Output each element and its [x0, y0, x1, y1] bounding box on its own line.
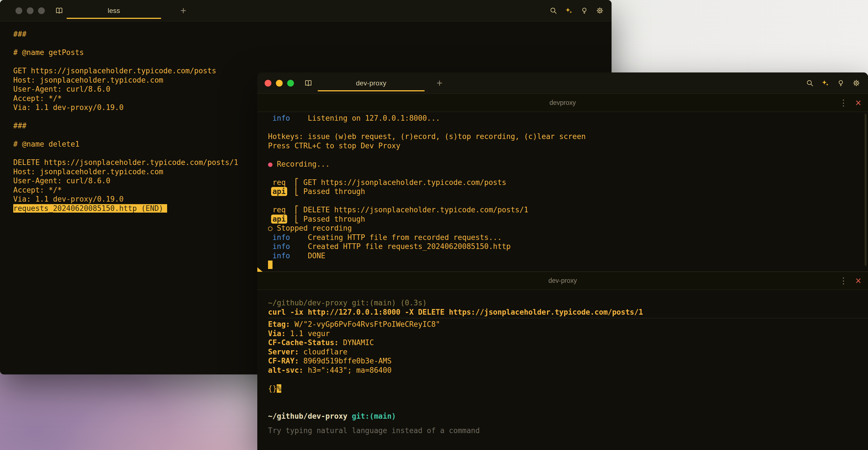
pane-header[interactable]: dev-proxy ⋮ × [257, 272, 868, 290]
terminal-line: api ⎣ Passed through [268, 215, 868, 224]
settings-gear-icon[interactable] [852, 79, 860, 87]
terminal-line: Try typing natural language instead of a… [268, 426, 868, 436]
bookmarks-icon[interactable] [55, 6, 63, 15]
titlebar-dev-proxy[interactable]: dev-proxy + [257, 72, 868, 94]
terminal-line: ~/github/dev-proxy git:(main) (0.3s) [268, 298, 868, 308]
pane-close-icon[interactable]: × [855, 272, 861, 290]
settings-gear-icon[interactable] [596, 7, 603, 14]
terminal-line [268, 169, 868, 178]
terminal-line [268, 375, 868, 384]
new-tab-button[interactable]: + [437, 72, 442, 94]
terminal-line: api ⎣ Passed through [268, 187, 868, 196]
response-block: Etag: W/"2-vyGp6PvFo4RvsFtPoIWeCReyIC8"V… [268, 318, 868, 393]
new-tab-button[interactable]: + [180, 0, 186, 21]
pane-header[interactable]: devproxy ⋮ × [257, 94, 868, 112]
minimize-button[interactable] [27, 7, 34, 14]
window-controls [257, 80, 294, 87]
shell-output: ~/github/dev-proxy git:(main) (0.3s)curl… [257, 290, 868, 435]
tab-dev-proxy[interactable]: dev-proxy [315, 72, 428, 94]
window-controls [0, 7, 45, 14]
tab-less[interactable]: less [64, 0, 164, 21]
tab-label: less [107, 7, 120, 14]
lightbulb-icon[interactable] [837, 79, 845, 87]
terminal-line: info DONE [268, 251, 868, 261]
close-button[interactable] [16, 7, 22, 14]
pane-close-icon[interactable]: × [855, 94, 861, 112]
close-button[interactable] [265, 80, 271, 87]
minimize-button[interactable] [276, 80, 283, 87]
devproxy-output: info Listening on 127.0.0.1:8000... Hotk… [257, 112, 868, 270]
terminal-line: req ⎡ DELETE https://jsonplaceholder.typ… [268, 205, 868, 215]
terminal-line: ● Recording... [268, 159, 868, 169]
terminal-line: CF-RAY: 8969d519bffe0b3e-AMS [268, 356, 868, 366]
terminal-line: CF-Cache-Status: DYNAMIC [268, 338, 868, 348]
pane-title: dev-proxy [257, 272, 868, 290]
terminal-line: info Created HTTP file requests_20240620… [268, 242, 868, 251]
terminal-line: Hotkeys: issue (w)eb request, (r)ecord, … [268, 132, 868, 141]
terminal-line: # @name getPosts [13, 48, 606, 57]
terminal-line: Press CTRL+C to stop Dev Proxy [268, 141, 868, 151]
terminal-window-dev-proxy: dev-proxy + devproxy [257, 72, 868, 450]
terminal-line: Etag: W/"2-vyGp6PvFo4RvsFtPoIWeCReyIC8" [268, 320, 868, 329]
scrollbar-thumb[interactable] [865, 114, 867, 266]
search-icon[interactable] [550, 7, 557, 14]
titlebar-toolbar [806, 72, 860, 94]
bookmarks-icon[interactable] [304, 79, 313, 87]
pane-menu-kebab-icon[interactable]: ⋮ [839, 272, 848, 290]
desktop-wallpaper: less + ### # @name getPosts GET https://… [0, 0, 868, 450]
tab-label: dev-proxy [356, 79, 386, 87]
terminal-line [268, 196, 868, 206]
sparkles-icon[interactable] [822, 79, 829, 87]
command-input[interactable]: Try typing natural language instead of a… [268, 426, 868, 436]
pane-title: devproxy [257, 94, 868, 112]
terminal-line: info Listening on 127.0.0.1:8000... [268, 114, 868, 123]
terminal-line: Server: cloudflare [268, 348, 868, 357]
terminal-line [268, 150, 868, 159]
pane-menu-kebab-icon[interactable]: ⋮ [839, 94, 848, 112]
terminal-line: req ⎡ GET https://jsonplaceholder.typico… [268, 178, 868, 187]
terminal-line [13, 57, 606, 66]
zoom-button[interactable] [287, 80, 294, 87]
titlebar-toolbar [550, 0, 603, 21]
sparkles-icon[interactable] [565, 7, 572, 14]
titlebar-less[interactable]: less + [0, 0, 612, 22]
terminal-line: {}% [268, 384, 868, 393]
terminal-line [268, 123, 868, 132]
terminal-line: curl -ix http://127.0.0.1:8000 -X DELETE… [268, 308, 868, 317]
search-icon[interactable] [806, 79, 814, 87]
terminal-line [268, 260, 868, 270]
terminal-line: Via: 1.1 vegur [268, 329, 868, 338]
pane-devproxy: devproxy ⋮ × info Listening on 127.0.0.1… [257, 94, 868, 272]
shell-prompt: ~/github/dev-proxy git:(main) [268, 412, 868, 421]
terminal-line: info Creating HTTP file from recorded re… [268, 233, 868, 242]
zoom-button[interactable] [38, 7, 45, 14]
terminal-line [13, 39, 606, 48]
command-block: ~/github/dev-proxy git:(main) (0.3s)curl… [268, 298, 868, 317]
pane-shell: dev-proxy ⋮ × ~/github/dev-proxy git:(ma… [257, 272, 868, 435]
lightbulb-icon[interactable] [581, 7, 588, 14]
terminal-line: alt-svc: h3=":443"; ma=86400 [268, 366, 868, 375]
terminal-line: ~/github/dev-proxy git:(main) [268, 412, 868, 421]
terminal-line: ### [13, 30, 606, 39]
terminal-line: ○ Stopped recording [268, 223, 868, 233]
